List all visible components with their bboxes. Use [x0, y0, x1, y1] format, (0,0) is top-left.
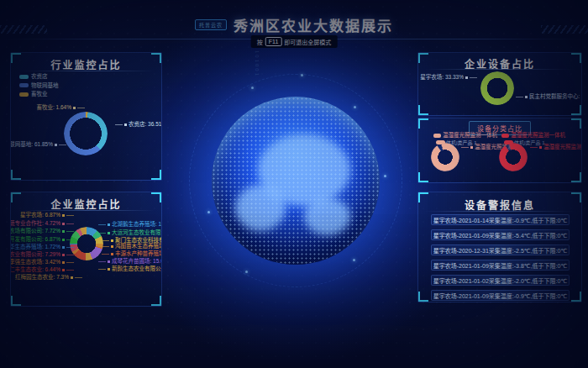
- chart-label: 李强生态农场: 3.42%: [10, 260, 74, 265]
- globe-dot-texture: [212, 97, 380, 265]
- chart-label: 仁丰生态农业: 6.44%: [10, 267, 74, 273]
- legend-label: 农资店: [31, 74, 48, 80]
- panel-title: 行业监控占比: [11, 57, 161, 71]
- panel-device-category: 设备分类占比 温湿度光照监测一体机 一体机|类产品 1 温湿度光照监测一 温湿度…: [417, 118, 582, 183]
- chart-label: 七华生态养殖场: 1.72%: [10, 244, 74, 250]
- chart-label: 星宇农场: 33.33%: [420, 75, 477, 81]
- panel-device-alarms: 设备警报信息 星宇农场-2021-01-14采集温度:-0.9℃,低于下限:0℃…: [417, 192, 582, 302]
- globe: [212, 97, 380, 265]
- mesh-node: [245, 271, 248, 273]
- chart-label: 民主村党群服务中心:: [516, 94, 580, 100]
- alarm-row[interactable]: 星宇农场-2021-01-09采集温度:-0.9℃,低于下限:0℃: [431, 290, 570, 301]
- chart-label: 鸿图苗木生态养殖场: 4.29: [102, 244, 162, 250]
- chart-label: 畜牧业: 1.64%: [36, 105, 85, 111]
- panel-title: 设备警报信息: [418, 197, 581, 212]
- page-title: 秀洲区农业大数据展示: [234, 14, 393, 35]
- legend-swatch: [433, 134, 441, 138]
- mesh-node: [207, 211, 210, 213]
- industry-donut-chart[interactable]: [64, 112, 108, 155]
- chart-label: 农资店: 36.51%: [115, 122, 162, 128]
- legend-label: 畜牧业: [31, 92, 48, 97]
- enterprise-device-donut-chart[interactable]: [480, 71, 514, 105]
- chart-label: 家庭农场有限公司: 7.72%: [10, 229, 74, 234]
- alarm-row[interactable]: 星宇农场-2021-01-14采集温度:-0.9℃,低于下限:0℃: [431, 214, 570, 225]
- chart-label: 星宇农场: 6.87%: [20, 213, 74, 218]
- title-underline: [425, 69, 575, 70]
- mesh-node: [353, 259, 355, 261]
- chart-label: 丰源水产种苗养殖场: 1.: [102, 251, 162, 257]
- fullscreen-tooltip: 按 F11 即可退出全屏模式: [251, 35, 338, 48]
- legend-swatch: [19, 92, 29, 97]
- title-underline: [425, 211, 575, 212]
- dashboard: 托普云农 秀洲区农业大数据展示 按 F11 即可退出全屏模式 101001 行业…: [0, 0, 588, 368]
- legend-item[interactable]: 温湿度光照监测一体机: [501, 133, 565, 139]
- legend-item[interactable]: 农资店: [19, 74, 59, 80]
- mesh-node: [384, 175, 386, 177]
- title-underline: [18, 71, 155, 71]
- alarm-row[interactable]: 星宇农场-2021-01-09采集温度:-5.4℃,低于下限:0℃: [431, 229, 570, 240]
- industry-legend: 农资店 物联网基地 畜牧业: [19, 74, 59, 101]
- legend-swatch: [501, 134, 509, 138]
- legend-item[interactable]: 畜牧业: [19, 92, 59, 97]
- legend-swatch: [19, 75, 29, 79]
- panel-enterprise-device: 企业设备占比 星宇农场: 33.33% 民主村党群服务中心:: [417, 52, 582, 116]
- chart-label: 新塍果蔬专业合作社: 4.72%: [10, 221, 74, 227]
- brand-logo: 托普云农: [195, 19, 227, 30]
- chart-label: 大运河生态牧业有限责任公: [98, 230, 162, 236]
- tooltip-prefix: 按: [257, 38, 263, 46]
- legend-item[interactable]: 温湿度光照监测一体机: [433, 133, 497, 139]
- chart-label: 新颜生态农业有限公司: 6.87: [98, 266, 162, 272]
- chart-label: 北湖鹅生态养殖场: 11.36%: [98, 222, 162, 228]
- binary-decoration: 101001: [255, 50, 260, 77]
- alarm-row[interactable]: 星宇农场-2021-01-09采集温度:-3.8℃,低于下限:0℃: [431, 260, 570, 271]
- chart-label: 成琴花卉苗圃场: 15.02%: [98, 259, 162, 265]
- title-underline: [18, 210, 155, 211]
- mesh-node: [354, 106, 356, 108]
- legend-label: 物联网基地: [31, 83, 59, 89]
- panel-title: 企业监控占比: [11, 197, 161, 211]
- legend-item[interactable]: 物联网基地: [19, 83, 59, 89]
- mesh-node: [251, 87, 254, 89]
- alarm-row[interactable]: 星宇农场-2020-12-31采集温度:-2.5℃,低于下限:0℃: [431, 244, 570, 255]
- mesh-node: [301, 74, 303, 76]
- panel-industry-monitor: 行业监控占比 农资店 物联网基地 畜牧业 畜牧业: 1.64% 农资店: 36.…: [10, 52, 162, 181]
- panel-enterprise-monitor: 企业监控占比 星宇农场: 6.87% 新塍果蔬专业合作社: 4.72% 家庭农场…: [10, 192, 162, 307]
- tooltip-suffix: 即可退出全屏模式: [284, 38, 331, 46]
- chart-label: 园开发有限公司: 6.87%: [10, 237, 74, 243]
- donut-tab: [436, 140, 445, 145]
- legend-swatch: [19, 83, 29, 87]
- chart-label: 温湿度光照监测一: [530, 145, 582, 150]
- chart-label: 中科农业有限公司: 7.29%: [10, 252, 74, 258]
- chart-label: 物联网基地: 61.85%: [10, 142, 66, 148]
- chart-label: 红梅园生态农业: 7.3%: [15, 275, 82, 281]
- alarm-row[interactable]: 星宇农场-2021-01-02采集温度:-2.0℃,低于下限:0℃: [431, 275, 570, 286]
- donut-tab: [504, 140, 513, 145]
- title-bar: 托普云农 秀洲区农业大数据展示: [0, 14, 588, 35]
- f11-keycap: F11: [265, 37, 282, 46]
